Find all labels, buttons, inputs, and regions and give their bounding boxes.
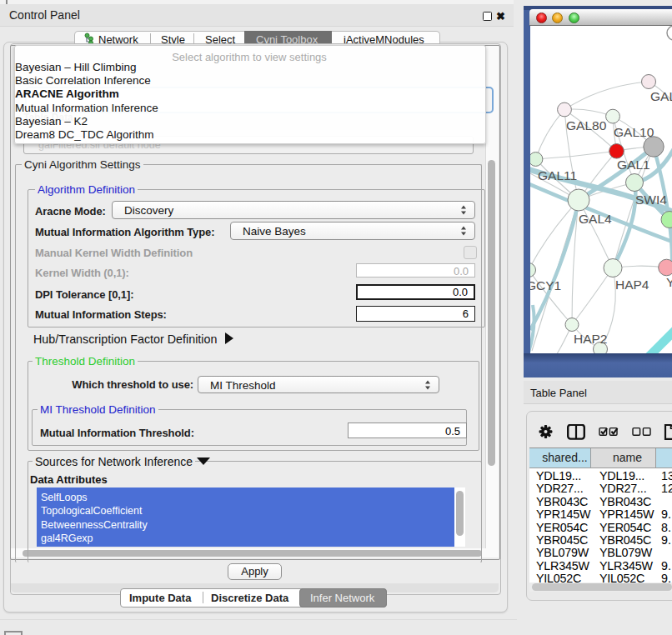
svg-text:SWI4: SWI4 xyxy=(635,192,667,207)
svg-text:GAL1: GAL1 xyxy=(617,158,650,172)
svg-text:GAL: GAL xyxy=(650,89,672,103)
svg-text:GAL4: GAL4 xyxy=(579,212,612,226)
svg-text:GCY1: GCY1 xyxy=(530,278,561,292)
svg-text:Y: Y xyxy=(666,275,672,289)
svg-text:GAL80: GAL80 xyxy=(566,118,607,132)
svg-text:HAP2: HAP2 xyxy=(574,332,608,346)
svg-text:GAL11: GAL11 xyxy=(538,168,577,182)
svg-text:GAL10: GAL10 xyxy=(614,125,654,139)
svg-text:HAP4: HAP4 xyxy=(615,278,649,292)
